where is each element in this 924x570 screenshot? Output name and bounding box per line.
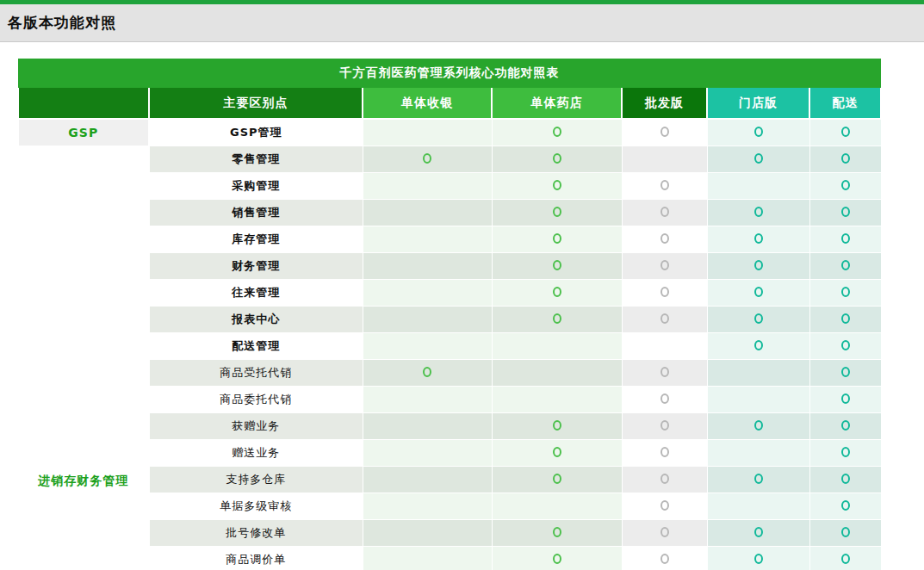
availability-circle-icon (553, 554, 561, 564)
availability-circle-icon (660, 474, 669, 484)
availability-circle-icon (660, 420, 669, 431)
feature-cell-store (707, 226, 809, 253)
availability-circle-icon (660, 527, 669, 537)
feature-cell-cashier (363, 413, 492, 440)
availability-circle-icon (754, 260, 763, 270)
row-label: 财务管理 (149, 253, 363, 280)
feature-cell-delivery (809, 493, 881, 520)
row-label: 销售管理 (149, 200, 363, 226)
availability-circle-icon (660, 447, 669, 457)
row-label: 单据多级审核 (149, 493, 363, 520)
feature-cell-wholesale (622, 467, 707, 493)
availability-circle-icon (553, 313, 561, 324)
feature-cell-store (707, 360, 809, 387)
feature-cell-store (707, 173, 809, 200)
feature-cell-wholesale (622, 493, 707, 520)
feature-cell-cashier (363, 146, 492, 173)
feature-cell-wholesale (622, 226, 707, 253)
availability-circle-icon (553, 127, 561, 137)
availability-circle-icon (660, 260, 669, 270)
column-header-group (18, 88, 149, 119)
feature-cell-wholesale (622, 253, 707, 280)
availability-circle-icon (553, 420, 561, 431)
feature-cell-store (707, 253, 809, 280)
availability-circle-icon (754, 313, 763, 324)
feature-cell-wholesale (622, 413, 707, 440)
feature-cell-cashier (363, 520, 492, 547)
availability-circle-icon (841, 207, 850, 217)
availability-circle-icon (660, 500, 669, 511)
feature-cell-store (707, 146, 809, 173)
table-caption-row: 千方百剂医药管理系列核心功能对照表 (18, 59, 881, 88)
availability-circle-icon (754, 527, 763, 537)
feature-cell-pharmacy (492, 493, 622, 520)
feature-cell-wholesale (622, 387, 707, 413)
feature-cell-pharmacy (492, 307, 622, 333)
availability-circle-icon (754, 340, 763, 350)
feature-cell-cashier (363, 200, 492, 226)
row-label: 零售管理 (149, 146, 363, 173)
column-header-pharmacy: 单体药店 (492, 88, 622, 119)
availability-circle-icon (754, 420, 763, 431)
availability-circle-icon (841, 233, 850, 244)
feature-cell-pharmacy (492, 253, 622, 280)
row-label: GSP管理 (149, 119, 363, 146)
availability-circle-icon (841, 500, 850, 511)
feature-cell-wholesale (622, 119, 707, 146)
feature-cell-store (707, 200, 809, 226)
page-title: 各版本功能对照 (8, 13, 116, 33)
availability-circle-icon (841, 287, 850, 297)
feature-cell-wholesale (622, 520, 707, 547)
feature-cell-cashier (363, 387, 492, 413)
column-header-wholesale: 批发版 (622, 88, 707, 119)
feature-cell-delivery (809, 333, 881, 360)
row-label: 获赠业务 (149, 413, 363, 440)
feature-cell-pharmacy (492, 173, 622, 200)
feature-cell-cashier (363, 307, 492, 333)
feature-cell-store (707, 520, 809, 547)
feature-cell-pharmacy (492, 226, 622, 253)
feature-cell-wholesale (622, 173, 707, 200)
feature-cell-pharmacy (492, 387, 622, 413)
feature-cell-delivery (809, 467, 881, 493)
feature-cell-cashier (363, 467, 492, 493)
column-header-feature: 主要区别点 (149, 88, 363, 119)
availability-circle-icon (754, 127, 763, 137)
feature-cell-cashier (363, 253, 492, 280)
page-header-band: 各版本功能对照 (0, 4, 924, 42)
availability-circle-icon (553, 474, 561, 484)
feature-cell-pharmacy (492, 360, 622, 387)
feature-cell-wholesale (622, 333, 707, 360)
availability-circle-icon (841, 393, 850, 404)
row-group-label: 进销存财务管理 (18, 146, 149, 570)
availability-circle-icon (553, 527, 561, 537)
availability-circle-icon (841, 260, 850, 270)
feature-cell-store (707, 307, 809, 333)
feature-cell-store (707, 493, 809, 520)
feature-cell-delivery (809, 226, 881, 253)
feature-cell-pharmacy (492, 119, 622, 146)
availability-circle-icon (660, 207, 669, 217)
feature-cell-cashier (363, 119, 492, 146)
feature-cell-wholesale (622, 307, 707, 333)
feature-cell-cashier (363, 226, 492, 253)
feature-cell-pharmacy (492, 547, 622, 570)
feature-cell-cashier (363, 493, 492, 520)
row-group-label-text: 进销存财务管理 (19, 474, 149, 489)
availability-circle-icon (553, 153, 561, 164)
row-label: 商品受托代销 (149, 360, 363, 387)
availability-circle-icon (841, 340, 850, 350)
availability-circle-icon (553, 287, 561, 297)
availability-circle-icon (754, 153, 763, 164)
feature-cell-cashier (363, 333, 492, 360)
table-header-row: 主要区别点单体收银单体药店批发版门店版配送 (18, 88, 881, 119)
feature-cell-wholesale (622, 280, 707, 307)
column-header-delivery: 配送 (809, 88, 881, 119)
availability-circle-icon (841, 554, 850, 564)
feature-cell-pharmacy (492, 440, 622, 467)
feature-cell-delivery (809, 387, 881, 413)
feature-cell-wholesale (622, 547, 707, 570)
feature-cell-wholesale (622, 146, 707, 173)
availability-circle-icon (660, 313, 669, 324)
availability-circle-icon (841, 420, 850, 431)
